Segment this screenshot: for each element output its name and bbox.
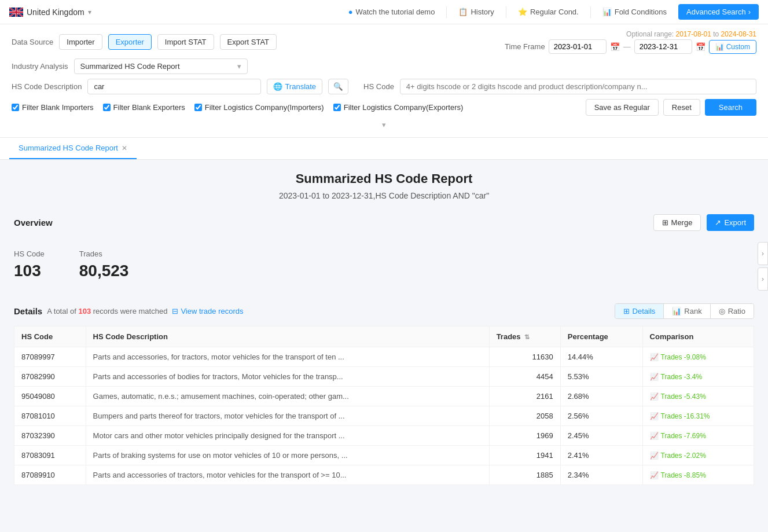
table-row[interactable]: 95049080 Games, automatic, n.e.s.; amuse… (14, 387, 754, 406)
country-chevron-icon: ▾ (88, 8, 91, 16)
cell-comparison: 📈 Trades -9.08% (642, 347, 754, 367)
table-row[interactable]: 87082990 Parts and accessories of bodies… (14, 367, 754, 387)
dtab-rank[interactable]: 📊 Rank (664, 304, 710, 318)
cell-hs-desc: Parts and accessories of tractors, motor… (86, 465, 489, 485)
dtab-ratio-icon: ◎ (719, 307, 725, 315)
table-row[interactable]: 87089910 Parts and accessories of tracto… (14, 465, 754, 485)
top-nav: United Kingdom ▾ ● Watch the tutorial de… (0, 0, 768, 24)
ds-importer-button[interactable]: Importer (59, 34, 102, 50)
optional-end: 2024-08-31 (721, 30, 756, 38)
cell-percentage: 2.68% (560, 387, 642, 406)
custom-icon: 📊 (715, 43, 724, 51)
export-button[interactable]: ↗ Export (707, 214, 754, 231)
start-date-input[interactable] (549, 39, 607, 54)
filter-blank-importers[interactable]: Filter Blank Importers (12, 103, 94, 112)
hs-desc-input[interactable] (87, 79, 261, 94)
cell-comparison: 📈 Trades -5.43% (642, 387, 754, 406)
overview-actions: ⊞ Merge ↗ Export (653, 214, 754, 231)
view-records-link[interactable]: ⊟ View trade records (172, 307, 243, 315)
ds-export-stat-button[interactable]: Export STAT (220, 34, 277, 50)
search-button[interactable]: Search (705, 99, 756, 116)
hscode-row: HS Code Description 🌐 Translate 🔍 HS Cod… (12, 79, 756, 94)
end-date-input[interactable] (634, 39, 692, 54)
cell-hs-desc: Parts of braking systems for use on moto… (86, 446, 489, 465)
industry-chevron-icon: ▾ (237, 62, 241, 71)
end-cal-icon[interactable]: 📅 (696, 42, 705, 52)
cell-trades: 2058 (489, 406, 560, 426)
table-header: HS Code HS Code Description Trades ⇅ Per… (14, 326, 754, 347)
cell-trades: 1941 (489, 446, 560, 465)
cell-trades: 1885 (489, 465, 560, 485)
cell-percentage: 14.44% (560, 347, 642, 367)
reset-button[interactable]: Reset (663, 99, 700, 116)
nav-divider-3 (590, 6, 591, 18)
col-hs-code: HS Code (14, 326, 86, 347)
ds-exporter-button[interactable]: Exporter (108, 34, 152, 50)
cell-hs-desc: Bumpers and parts thereof for tractors, … (86, 406, 489, 426)
advanced-search-button[interactable]: Advanced Search › (678, 4, 759, 20)
custom-button[interactable]: 📊 Custom (709, 40, 756, 54)
fold-conditions-link[interactable]: 📊 Fold Conditions (598, 8, 671, 16)
dtab-ratio[interactable]: ◎ Ratio (711, 304, 754, 318)
cell-hs-code: 87089997 (14, 347, 86, 367)
report-subtitle: 2023-01-01 to 2023-12-31,HS Code Descrip… (14, 191, 754, 200)
ds-import-stat-button[interactable]: Import STAT (157, 34, 214, 50)
country-selector[interactable]: United Kingdom ▾ (9, 8, 91, 17)
save-regular-button[interactable]: Save as Regular (586, 99, 659, 116)
main-content: Summarized HS Code Report 2023-01-01 to … (0, 160, 768, 497)
hs-code-input[interactable] (400, 79, 756, 94)
table-row[interactable]: 87089997 Parts and accessories, for trac… (14, 347, 754, 367)
optional-range: Optional range: 2017-08-01 to 2024-08-31 (626, 30, 756, 38)
filter-logistics-importers[interactable]: Filter Logistics Company(Importers) (194, 103, 324, 112)
table-row[interactable]: 87081010 Bumpers and parts thereof for t… (14, 406, 754, 426)
dtab-details[interactable]: ⊞ Details (615, 304, 664, 318)
regular-cond-link[interactable]: ⭐ Regular Cond. (513, 8, 583, 16)
play-icon: ● (348, 8, 353, 16)
dtab-details-icon: ⊞ (623, 307, 630, 315)
trend-icon: 📈 (650, 432, 659, 440)
cell-comparison: 📈 Trades -8.85% (642, 465, 754, 485)
camera-icon: 🔍 (333, 82, 343, 91)
industry-label: Industry Analysis (12, 62, 68, 71)
hs-code-label: HS Code (363, 82, 394, 91)
industry-select[interactable]: Summarized HS Code Report ▾ (74, 58, 248, 74)
cell-percentage: 2.41% (560, 446, 642, 465)
start-cal-icon[interactable]: 📅 (610, 42, 620, 52)
translate-button[interactable]: 🌐 Translate (267, 79, 322, 94)
cell-hs-code: 87032390 (14, 426, 86, 446)
trend-icon: 📈 (650, 353, 659, 361)
merge-button[interactable]: ⊞ Merge (653, 214, 701, 231)
sidebar-arrow-top[interactable]: › (758, 242, 768, 265)
trend-icon: 📈 (650, 412, 659, 420)
country-name: United Kingdom (27, 8, 84, 17)
table-row[interactable]: 87032390 Motor cars and other motor vehi… (14, 426, 754, 446)
filter-logistics-exporters[interactable]: Filter Logistics Company(Exporters) (333, 103, 464, 112)
collapse-row[interactable]: ▾ (12, 118, 756, 131)
cell-comparison: 📈 Trades -3.4% (642, 367, 754, 387)
col-comparison: Comparison (642, 326, 754, 347)
cell-hs-desc: Parts and accessories, for tractors, mot… (86, 347, 489, 367)
details-header: Details A total of 103 records were matc… (14, 303, 754, 319)
timeframe-label: Time Frame (505, 42, 545, 51)
col-trades[interactable]: Trades ⇅ (489, 326, 560, 347)
cell-trades: 4454 (489, 367, 560, 387)
table-row[interactable]: 87083091 Parts of braking systems for us… (14, 446, 754, 465)
tab-close-icon[interactable]: ✕ (122, 144, 127, 152)
cell-hs-code: 87083091 (14, 446, 86, 465)
dtab-rank-icon: 📊 (672, 307, 681, 315)
sidebar-arrow-bottom[interactable]: › (758, 267, 768, 291)
cell-hs-desc: Parts and accessories of bodies for trac… (86, 367, 489, 387)
cell-hs-code: 95049080 (14, 387, 86, 406)
filter-blank-exporters[interactable]: Filter Blank Exporters (103, 103, 185, 112)
history-link[interactable]: 📋 History (454, 8, 498, 16)
tutorial-link[interactable]: ● Watch the tutorial demo (344, 8, 440, 16)
search-panel: Data Source Importer Exporter Import STA… (0, 24, 768, 138)
industry-row: Industry Analysis Summarized HS Code Rep… (12, 58, 756, 74)
scan-icon-button[interactable]: 🔍 (328, 79, 348, 94)
datasource-row: Data Source Importer Exporter Import STA… (12, 30, 756, 54)
data-table: HS Code HS Code Description Trades ⇅ Per… (14, 326, 754, 485)
table-icon: ⊟ (172, 307, 178, 315)
cell-trades: 1969 (489, 426, 560, 446)
tab-summarized-hs-code[interactable]: Summarized HS Code Report ✕ (9, 138, 137, 159)
tab-bar: Summarized HS Code Report ✕ (0, 138, 768, 160)
